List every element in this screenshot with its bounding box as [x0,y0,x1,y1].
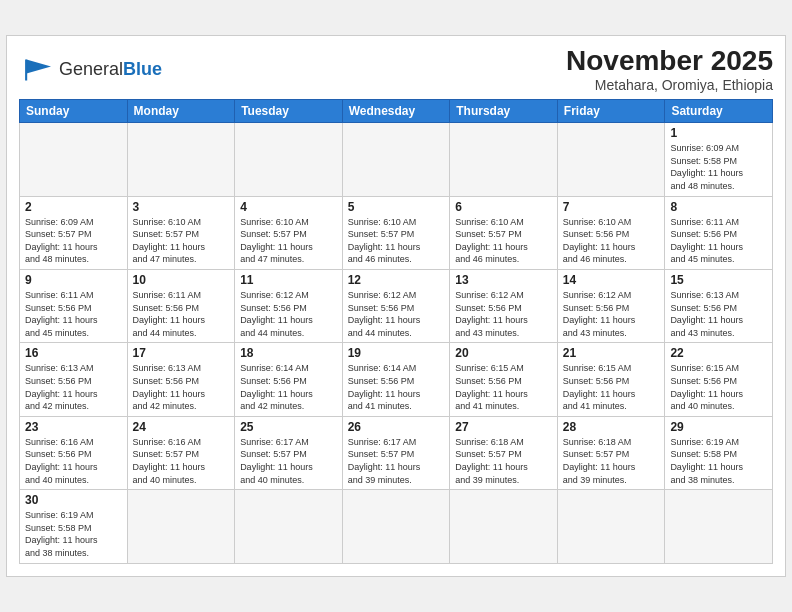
day-info: Sunrise: 6:18 AM Sunset: 5:57 PM Dayligh… [563,436,660,486]
calendar-cell: 29Sunrise: 6:19 AM Sunset: 5:58 PM Dayli… [665,416,773,489]
calendar-cell: 23Sunrise: 6:16 AM Sunset: 5:56 PM Dayli… [20,416,128,489]
logo: GeneralBlue [19,56,162,84]
day-info: Sunrise: 6:13 AM Sunset: 5:56 PM Dayligh… [670,289,767,339]
day-number: 25 [240,420,337,434]
calendar-cell: 17Sunrise: 6:13 AM Sunset: 5:56 PM Dayli… [127,343,235,416]
calendar-cell: 19Sunrise: 6:14 AM Sunset: 5:56 PM Dayli… [342,343,450,416]
day-info: Sunrise: 6:12 AM Sunset: 5:56 PM Dayligh… [563,289,660,339]
calendar-cell: 26Sunrise: 6:17 AM Sunset: 5:57 PM Dayli… [342,416,450,489]
calendar-cell [450,123,558,196]
calendar-cell [127,490,235,563]
day-info: Sunrise: 6:12 AM Sunset: 5:56 PM Dayligh… [455,289,552,339]
day-number: 13 [455,273,552,287]
day-number: 19 [348,346,445,360]
day-number: 14 [563,273,660,287]
week-row-2: 2Sunrise: 6:09 AM Sunset: 5:57 PM Daylig… [20,196,773,269]
location-title: Metahara, Oromiya, Ethiopia [566,77,773,93]
day-info: Sunrise: 6:11 AM Sunset: 5:56 PM Dayligh… [25,289,122,339]
day-info: Sunrise: 6:12 AM Sunset: 5:56 PM Dayligh… [348,289,445,339]
calendar-cell: 11Sunrise: 6:12 AM Sunset: 5:56 PM Dayli… [235,270,343,343]
calendar-cell: 2Sunrise: 6:09 AM Sunset: 5:57 PM Daylig… [20,196,128,269]
day-info: Sunrise: 6:09 AM Sunset: 5:58 PM Dayligh… [670,142,767,192]
day-info: Sunrise: 6:15 AM Sunset: 5:56 PM Dayligh… [455,362,552,412]
day-info: Sunrise: 6:14 AM Sunset: 5:56 PM Dayligh… [240,362,337,412]
calendar-cell: 3Sunrise: 6:10 AM Sunset: 5:57 PM Daylig… [127,196,235,269]
day-number: 16 [25,346,122,360]
day-number: 28 [563,420,660,434]
day-number: 12 [348,273,445,287]
day-info: Sunrise: 6:10 AM Sunset: 5:57 PM Dayligh… [348,216,445,266]
calendar-cell: 22Sunrise: 6:15 AM Sunset: 5:56 PM Dayli… [665,343,773,416]
day-info: Sunrise: 6:10 AM Sunset: 5:57 PM Dayligh… [455,216,552,266]
day-info: Sunrise: 6:15 AM Sunset: 5:56 PM Dayligh… [670,362,767,412]
day-number: 6 [455,200,552,214]
calendar-cell: 10Sunrise: 6:11 AM Sunset: 5:56 PM Dayli… [127,270,235,343]
logo-text: GeneralBlue [59,59,162,80]
calendar-cell: 24Sunrise: 6:16 AM Sunset: 5:57 PM Dayli… [127,416,235,489]
day-number: 8 [670,200,767,214]
day-number: 23 [25,420,122,434]
svg-rect-2 [25,59,27,80]
calendar-cell: 28Sunrise: 6:18 AM Sunset: 5:57 PM Dayli… [557,416,665,489]
calendar-cell: 4Sunrise: 6:10 AM Sunset: 5:57 PM Daylig… [235,196,343,269]
calendar-cell: 13Sunrise: 6:12 AM Sunset: 5:56 PM Dayli… [450,270,558,343]
day-info: Sunrise: 6:09 AM Sunset: 5:57 PM Dayligh… [25,216,122,266]
calendar-cell [20,123,128,196]
day-info: Sunrise: 6:16 AM Sunset: 5:57 PM Dayligh… [133,436,230,486]
day-info: Sunrise: 6:15 AM Sunset: 5:56 PM Dayligh… [563,362,660,412]
day-number: 7 [563,200,660,214]
day-number: 18 [240,346,337,360]
month-title: November 2025 [566,46,773,77]
weekday-header-wednesday: Wednesday [342,100,450,123]
calendar-cell: 5Sunrise: 6:10 AM Sunset: 5:57 PM Daylig… [342,196,450,269]
calendar-cell [557,123,665,196]
day-info: Sunrise: 6:10 AM Sunset: 5:57 PM Dayligh… [240,216,337,266]
calendar-cell: 8Sunrise: 6:11 AM Sunset: 5:56 PM Daylig… [665,196,773,269]
day-number: 21 [563,346,660,360]
day-info: Sunrise: 6:19 AM Sunset: 5:58 PM Dayligh… [670,436,767,486]
calendar-cell: 6Sunrise: 6:10 AM Sunset: 5:57 PM Daylig… [450,196,558,269]
day-number: 29 [670,420,767,434]
header: GeneralBlue November 2025 Metahara, Orom… [19,46,773,93]
day-info: Sunrise: 6:16 AM Sunset: 5:56 PM Dayligh… [25,436,122,486]
day-info: Sunrise: 6:14 AM Sunset: 5:56 PM Dayligh… [348,362,445,412]
calendar-cell: 20Sunrise: 6:15 AM Sunset: 5:56 PM Dayli… [450,343,558,416]
calendar-cell: 15Sunrise: 6:13 AM Sunset: 5:56 PM Dayli… [665,270,773,343]
week-row-6: 30Sunrise: 6:19 AM Sunset: 5:58 PM Dayli… [20,490,773,563]
day-info: Sunrise: 6:13 AM Sunset: 5:56 PM Dayligh… [133,362,230,412]
week-row-5: 23Sunrise: 6:16 AM Sunset: 5:56 PM Dayli… [20,416,773,489]
week-row-3: 9Sunrise: 6:11 AM Sunset: 5:56 PM Daylig… [20,270,773,343]
calendar-cell [235,123,343,196]
day-number: 2 [25,200,122,214]
day-info: Sunrise: 6:18 AM Sunset: 5:57 PM Dayligh… [455,436,552,486]
calendar-table: SundayMondayTuesdayWednesdayThursdayFrid… [19,99,773,563]
day-number: 4 [240,200,337,214]
calendar-cell: 18Sunrise: 6:14 AM Sunset: 5:56 PM Dayli… [235,343,343,416]
day-info: Sunrise: 6:10 AM Sunset: 5:56 PM Dayligh… [563,216,660,266]
day-number: 20 [455,346,552,360]
calendar-cell [342,490,450,563]
day-number: 5 [348,200,445,214]
calendar-cell: 1Sunrise: 6:09 AM Sunset: 5:58 PM Daylig… [665,123,773,196]
calendar-cell [557,490,665,563]
title-block: November 2025 Metahara, Oromiya, Ethiopi… [566,46,773,93]
day-number: 26 [348,420,445,434]
weekday-header-thursday: Thursday [450,100,558,123]
day-number: 1 [670,126,767,140]
calendar-cell [127,123,235,196]
day-number: 10 [133,273,230,287]
calendar-cell [235,490,343,563]
calendar-cell [665,490,773,563]
day-info: Sunrise: 6:11 AM Sunset: 5:56 PM Dayligh… [670,216,767,266]
day-info: Sunrise: 6:11 AM Sunset: 5:56 PM Dayligh… [133,289,230,339]
weekday-header-friday: Friday [557,100,665,123]
week-row-1: 1Sunrise: 6:09 AM Sunset: 5:58 PM Daylig… [20,123,773,196]
weekday-header-monday: Monday [127,100,235,123]
day-number: 11 [240,273,337,287]
day-info: Sunrise: 6:17 AM Sunset: 5:57 PM Dayligh… [348,436,445,486]
day-info: Sunrise: 6:19 AM Sunset: 5:58 PM Dayligh… [25,509,122,559]
logo-icon [19,56,55,84]
calendar-container: GeneralBlue November 2025 Metahara, Orom… [6,35,786,576]
day-number: 15 [670,273,767,287]
day-number: 22 [670,346,767,360]
